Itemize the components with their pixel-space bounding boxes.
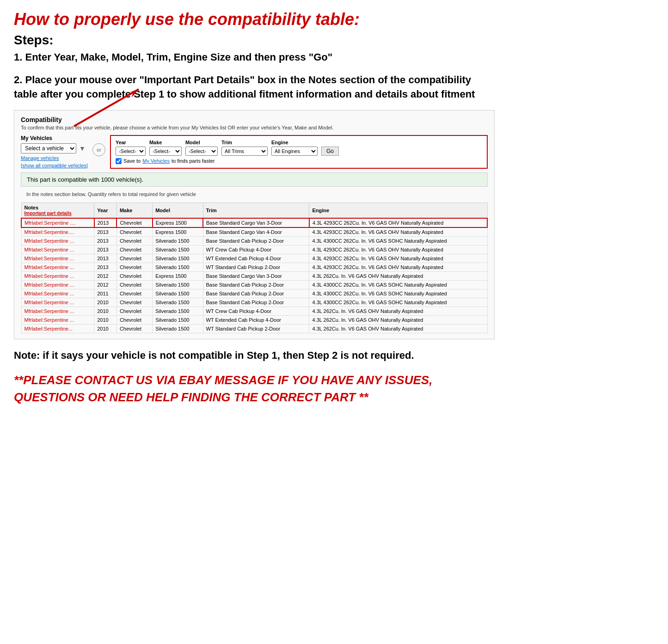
year-label: Year — [116, 140, 146, 145]
col-header-trim: Trim — [203, 202, 309, 218]
table-cell: Silverado 1500 — [153, 263, 203, 271]
table-cell: WT Standard Cab Pickup 2-Door — [203, 263, 309, 271]
table-cell: WT Standard Cab Pickup 2-Door — [203, 324, 309, 333]
table-cell: 2010 — [94, 298, 117, 307]
table-cell: Base Standard Cab Pickup 2-Door — [203, 298, 309, 307]
go-button[interactable]: Go — [321, 147, 339, 156]
table-cell-notes: Mfrlabel:Serpentine.... — [21, 227, 94, 237]
table-row: Mfrlabel:Serpentine ...2011ChevroletSilv… — [21, 289, 487, 298]
table-cell: 4.3L 262Cu. In. V6 GAS OHV Naturally Asp… — [309, 324, 487, 333]
table-cell: Silverado 1500 — [153, 315, 203, 324]
table-cell: 2013 — [94, 218, 117, 227]
table-cell: Chevrolet — [116, 245, 152, 254]
table-cell: Silverado 1500 — [153, 289, 203, 298]
table-row: Mfrlabel:Serpentine ...2013ChevroletSilv… — [21, 254, 487, 263]
table-cell-notes: Mfrlabel:Serpentine ... — [21, 315, 94, 324]
table-cell: Base Standard Cargo Van 3-Door — [203, 271, 309, 280]
my-vehicles-panel: My Vehicles Select a vehicle ▼ Manage ve… — [21, 135, 88, 168]
select-vehicle-dropdown[interactable]: Select a vehicle — [21, 143, 76, 153]
trim-label: Trim — [221, 140, 268, 145]
engine-label: Engine — [271, 140, 318, 145]
table-cell: 2013 — [94, 263, 117, 271]
table-cell: 2010 — [94, 324, 117, 333]
table-cell: Base Standard Cargo Van 3-Door — [203, 218, 309, 227]
make-select[interactable]: -Select- — [149, 147, 182, 156]
table-cell: WT Crew Cab Pickup 4-Door — [203, 307, 309, 315]
table-cell: Chevrolet — [116, 254, 152, 263]
table-cell: Base Standard Cargo Van 4-Door — [203, 227, 309, 237]
table-row: Mfrlabel:Serpentine ...2012ChevroletExpr… — [21, 271, 487, 280]
compatibility-table: Notes Important part details Year Make M… — [21, 202, 488, 333]
table-cell: 2012 — [94, 280, 117, 289]
table-cell-notes: Mfrlabel:Serpentine ... — [21, 307, 94, 315]
table-row: Mfrlabel:Serpentine....2013ChevroletExpr… — [21, 227, 487, 237]
table-cell: Chevrolet — [116, 289, 152, 298]
red-arrow-indicator — [65, 85, 157, 131]
table-cell: 4.3L 4293CC 262Cu. In. V6 GAS OHV Natura… — [309, 263, 487, 271]
table-cell: Express 1500 — [153, 227, 203, 237]
table-cell-notes: Mfrlabel:Serpentine ... — [21, 236, 94, 245]
table-cell: 2013 — [94, 254, 117, 263]
table-cell: 2013 — [94, 245, 117, 254]
table-cell: 2011 — [94, 289, 117, 298]
table-cell: 2010 — [94, 307, 117, 315]
table-cell: Silverado 1500 — [153, 245, 203, 254]
table-cell: Express 1500 — [153, 271, 203, 280]
quantity-note: In the notes section below, Quantity ref… — [21, 190, 488, 199]
table-cell: Base Standard Cab Pickup 2-Door — [203, 289, 309, 298]
table-cell: Express 1500 — [153, 218, 203, 227]
table-cell: WT Extended Cab Pickup 4-Door — [203, 254, 309, 263]
table-row: Mfrlabel:Serpentine ....2013ChevroletExp… — [21, 218, 487, 227]
save-checkbox-row: Save to My Vehicles to finds parts faste… — [116, 158, 482, 164]
table-cell-notes: Mfrlabel:Serpentine... — [21, 324, 94, 333]
important-part-details-link[interactable]: Important part details — [25, 211, 72, 216]
manage-vehicles-link[interactable]: Manage vehicles — [21, 155, 88, 161]
table-row: Mfrlabel:Serpentine ...2012ChevroletSilv… — [21, 280, 487, 289]
table-cell: Silverado 1500 — [153, 324, 203, 333]
table-cell: Base Standard Cab Pickup 2-Door — [203, 236, 309, 245]
step1-text: 1. Enter Year, Make, Model, Trim, Engine… — [14, 50, 495, 65]
table-cell: 2012 — [94, 271, 117, 280]
save-label: Save to — [123, 158, 141, 164]
model-label: Model — [185, 140, 218, 145]
table-cell: 4.3L 4300CC 262Cu. In. V6 GAS SOHC Natur… — [309, 280, 487, 289]
save-suffix: to finds parts faster — [172, 158, 215, 164]
table-cell: WT Crew Cab Pickup 4-Door — [203, 245, 309, 254]
table-cell: 4.3L 262Cu. In. V6 GAS OHV Naturally Asp… — [309, 271, 487, 280]
table-cell-notes: Mfrlabel:Serpentine ... — [21, 289, 94, 298]
col-header-engine: Engine — [309, 202, 487, 218]
table-cell: Chevrolet — [116, 280, 152, 289]
table-cell: 4.3L 4293CC 262Cu. In. V6 GAS OHV Natura… — [309, 254, 487, 263]
table-cell: Silverado 1500 — [153, 307, 203, 315]
table-cell: Chevrolet — [116, 236, 152, 245]
or-separator: or — [92, 143, 105, 156]
engine-select[interactable]: All Engines — [271, 147, 318, 156]
table-row: Mfrlabel:Serpentine ...2010ChevroletSilv… — [21, 298, 487, 307]
table-cell-notes: Mfrlabel:Serpentine ... — [21, 254, 94, 263]
table-row: Mfrlabel:Serpentine ...2013ChevroletSilv… — [21, 236, 487, 245]
table-cell: Chevrolet — [116, 307, 152, 315]
table-cell: Chevrolet — [116, 271, 152, 280]
col-header-year: Year — [94, 202, 117, 218]
table-cell: Chevrolet — [116, 315, 152, 324]
save-my-vehicles-link[interactable]: My Vehicles — [142, 158, 170, 164]
year-select[interactable]: -Select- — [116, 147, 146, 156]
table-cell-notes: Mfrlabel:Serpentine ... — [21, 245, 94, 254]
table-row: Mfrlabel:Serpentine ...2013ChevroletSilv… — [21, 245, 487, 254]
table-cell: Chevrolet — [116, 263, 152, 271]
trim-select[interactable]: All Trims — [221, 147, 268, 156]
table-cell: Chevrolet — [116, 227, 152, 237]
save-checkbox[interactable] — [116, 158, 122, 164]
main-title: How to properly use the compatibility ta… — [14, 9, 495, 29]
steps-label: Steps: — [14, 33, 495, 48]
table-row: Mfrlabel:Serpentine ...2010ChevroletSilv… — [21, 315, 487, 324]
table-cell: 4.3L 4293CC 262Cu. In. V6 GAS OHV Natura… — [309, 245, 487, 254]
table-cell: Silverado 1500 — [153, 298, 203, 307]
table-row: Mfrlabel:Serpentine ...2010ChevroletSilv… — [21, 307, 487, 315]
show-all-link[interactable]: [show all compatible vehicles] — [21, 163, 88, 168]
my-vehicles-label: My Vehicles — [21, 135, 88, 141]
table-cell: 4.3L 4300CC 262Cu. In. V6 GAS SOHC Natur… — [309, 298, 487, 307]
model-select[interactable]: -Select- — [185, 147, 218, 156]
col-header-model: Model — [153, 202, 203, 218]
table-cell: Silverado 1500 — [153, 236, 203, 245]
